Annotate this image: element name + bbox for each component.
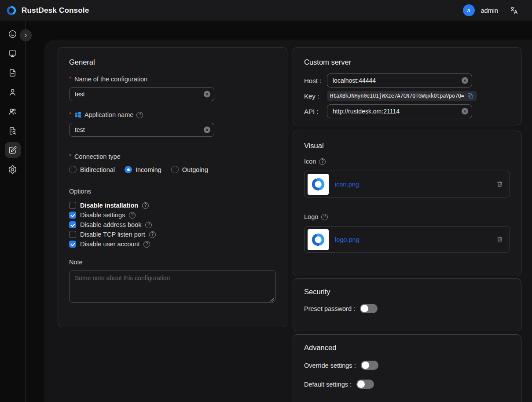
visual-card: Visual Icon ? icon.png Logo ? [293,131,521,276]
username[interactable]: admin [481,7,499,14]
delete-icon-file-icon[interactable] [496,180,503,188]
key-chip: HtaXBkJNHyn0e1U1jWXze7A7CN7QTGWqxkOtpaVp… [327,91,477,101]
default-settings-row: Default settings : [304,380,510,389]
api-input[interactable] [327,104,472,118]
radio-circle [69,166,77,173]
sidebar [0,21,26,402]
note-textarea[interactable] [69,270,276,303]
override-settings-row: Override settings : [304,361,510,370]
sidebar-item-groups[interactable] [5,103,21,119]
security-card-title: Security [304,288,510,296]
checkbox-disable-user-account[interactable]: Disable user account ? [69,241,276,248]
icon-label-row: Icon ? [304,158,510,165]
checkbox-box-checked [69,241,76,248]
options-label: Options [69,187,276,195]
checkbox-disable-installation[interactable]: Disable installation ? [69,202,276,209]
sidebar-item-documents[interactable] [5,65,21,80]
advanced-card-title: Advanced [304,344,510,352]
sidebar-item-settings[interactable] [5,161,21,177]
avatar[interactable]: a [463,4,475,16]
host-input[interactable] [327,73,472,88]
help-icon[interactable]: ? [319,158,326,165]
help-icon[interactable]: ? [136,112,143,118]
logo-file-row: logo.png [304,226,510,253]
gear-icon [8,165,17,174]
help-icon[interactable]: ? [129,212,136,219]
key-value: HtaXBkJNHyn0e1U1jWXze7A7CN7QTGWqxkOtpaVp… [330,93,464,99]
edit-icon [8,146,17,155]
checkbox-disable-tcp-listen-port[interactable]: Disable TCP listen port ? [69,231,276,238]
icon-file-thumbnail [308,174,329,195]
help-icon[interactable]: ? [321,214,328,220]
custom-server-card-title: Custom server [304,58,510,66]
translate-icon[interactable] [510,6,519,15]
config-name-input[interactable] [69,87,214,101]
sidebar-item-custom-client[interactable] [5,142,21,158]
copy-key-icon[interactable] [467,93,473,99]
sidebar-item-audit[interactable] [5,123,21,139]
key-row: Key : HtaXBkJNHyn0e1U1jWXze7A7CN7QTGWqxk… [304,91,510,101]
checkbox-box [69,231,76,238]
sidebar-item-devices[interactable] [5,45,21,61]
users-icon [8,107,17,116]
checkbox-disable-settings[interactable]: Disable settings ? [69,212,276,219]
sidebar-item-users[interactable] [5,84,21,100]
help-icon[interactable]: ? [145,222,152,228]
host-input-wrap: × [327,73,472,88]
api-row: API : × [304,104,510,118]
radio-incoming[interactable]: Incoming [125,166,161,173]
clear-config-name-icon[interactable]: × [204,91,210,98]
app-title: RustDesk Console [22,6,89,15]
checkbox-box [69,202,76,209]
application-name-input[interactable] [69,123,214,137]
rustdesk-logo-icon [6,5,17,16]
api-input-wrap: × [327,104,472,118]
default-settings-label: Default settings : [304,381,352,388]
default-settings-toggle[interactable] [356,380,374,389]
help-icon[interactable]: ? [149,231,156,238]
icon-file-link[interactable]: icon.png [335,181,359,188]
monitor-icon [8,49,17,58]
smile-icon [8,29,17,39]
logo-label-row: Logo ? [304,213,510,220]
document-icon [8,68,17,77]
override-settings-label: Override settings : [304,362,356,369]
application-name-input-wrap: × [69,123,214,137]
connection-type-radio-group: Bidirectional Incoming Outgoing [69,166,276,173]
top-bar: RustDesk Console a admin [0,0,532,21]
advanced-card: Advanced Override settings : Default set… [293,334,521,402]
clear-application-name-icon[interactable]: × [204,127,210,133]
help-icon[interactable]: ? [142,202,149,209]
top-bar-right: a admin [463,4,519,16]
icon-file-row: icon.png [304,171,510,197]
override-settings-toggle[interactable] [361,361,378,370]
required-asterisk: * [69,153,71,159]
delete-logo-file-icon[interactable] [496,236,503,243]
visual-card-title: Visual [304,142,510,150]
windows-logo-icon [74,111,81,118]
document-search-icon [8,126,17,135]
general-card-title: General [69,58,276,66]
radio-circle-checked [125,166,132,173]
clear-host-icon[interactable]: × [462,77,468,84]
required-asterisk: * [69,111,71,117]
connection-type-label: * Connection type [69,153,276,161]
logo-file-thumbnail [308,229,329,250]
required-asterisk: * [69,75,71,82]
sidebar-item-dashboard[interactable] [5,26,21,42]
custom-server-card: Custom server Host : × Key : HtaXBkJNHyn… [293,47,521,125]
radio-outgoing[interactable]: Outgoing [171,166,208,173]
checkbox-disable-address-book[interactable]: Disable address book ? [69,221,276,228]
clear-api-icon[interactable]: × [462,108,468,115]
help-icon[interactable]: ? [143,241,150,248]
logo-file-link[interactable]: logo.png [335,236,360,243]
host-label: Host : [304,77,327,84]
user-icon [8,88,17,97]
avatar-initial: a [467,7,470,14]
radio-circle [171,166,179,173]
radio-bidirectional[interactable]: Bidirectional [69,166,115,173]
note-textarea-wrap [69,270,276,304]
sidebar-expand-button[interactable] [20,29,32,41]
preset-password-toggle[interactable] [360,304,378,313]
checkbox-box-checked [69,221,76,228]
